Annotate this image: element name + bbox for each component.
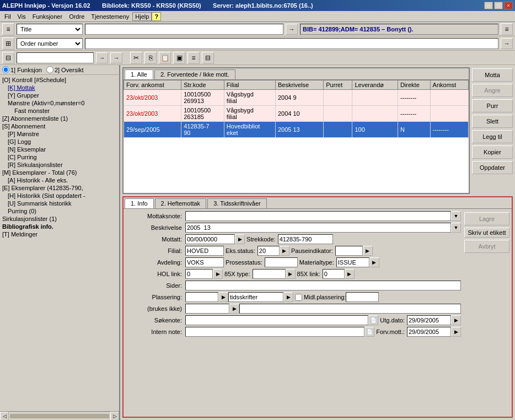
plassering-input2[interactable] [228,292,283,302]
table-row[interactable]: 23/okt/2003 10010500263185 Vågsbygdfilia… [124,106,469,122]
tree-grupper[interactable]: [Y] Grupper [1,91,118,99]
tree-monstre-p[interactable]: [P] Mønstre [1,130,118,138]
tree-fast-monster[interactable]: Fast monster [1,107,118,115]
frame-icon[interactable]: ▣ [173,52,185,64]
order-number-select[interactable]: Order number [17,38,83,49]
menu-hjelp[interactable]: Hjelp [132,12,152,21]
menu-fil[interactable]: Fil [1,12,14,21]
menu-funksjoner[interactable]: Funksjoner [29,12,66,21]
tab-alle[interactable]: 1. Alle [125,69,153,79]
tree-historikk-alle[interactable]: [A] Historikk - Alle eks. [1,176,118,184]
title-arrow-btn[interactable]: → [286,24,298,35]
avdeling-input[interactable] [185,257,224,267]
tab-tidsskriftnivaaer[interactable]: 3. Tidsskriftnivåer [207,198,267,208]
plassering-input1[interactable] [185,292,218,302]
sokenote-doc-btn[interactable]: 📄 [368,315,378,325]
intern-note-doc-btn[interactable]: 📄 [364,327,374,337]
midl-plassering-input[interactable] [346,292,379,302]
hol-link-input[interactable] [185,269,213,279]
sokenote-input[interactable] [185,315,368,325]
angre-button[interactable]: Angre [472,84,513,97]
tab-heftemottak[interactable]: 2. Heftemottak [155,198,207,208]
mottatt-btn[interactable]: ▶ [235,234,245,244]
filial-input[interactable] [185,246,224,256]
avbryt-button[interactable]: Avbryt [464,240,509,253]
tree-purring-0[interactable]: Purring (0) [1,207,118,215]
title-select[interactable]: Title [17,24,83,35]
scroll-left[interactable]: ◁ [0,412,9,421]
scroll-right[interactable]: ▷ [110,412,119,421]
link85x-input[interactable] [323,269,345,279]
maximize-button[interactable]: □ [494,2,503,9]
pauseindikator-input[interactable] [335,246,363,256]
tree-bibliografisk[interactable]: Bibliografisk info. [1,223,118,230]
copy-icon[interactable]: ⎘ [144,52,157,64]
tree-meldinger[interactable]: [T] Meldinger [1,230,118,238]
toolbar-icon-1[interactable]: ≡ [2,23,14,35]
tree-eksemplar-n[interactable]: [N] Eksemplar [1,146,118,153]
table-row-selected[interactable]: 29/sep/2005 412835-790 Hovedbiblioteket … [124,122,469,138]
title-input[interactable] [85,24,283,35]
beskrivelse-input[interactable]: 2005 13 [185,223,451,233]
midl-plassering-check[interactable]: Midl.plassering: [295,294,346,301]
pauseindikator-btn[interactable]: ▶ [363,246,373,256]
tree-eksemplarer-e[interactable]: [E] Eksemplarer (412835-790, [1,184,118,192]
menu-question[interactable]: ? [152,12,161,21]
skriv-ut-button[interactable]: Skriv ut etikett [464,228,509,238]
mottaksnote-input[interactable] [185,211,451,221]
order-arrow-btn[interactable]: → [501,38,513,49]
search-arrow-btn[interactable]: → [96,52,108,63]
lagre-button[interactable]: Lagre [464,212,509,225]
brukes-ikke-input[interactable] [185,304,229,314]
menu-vis[interactable]: Vis [14,12,29,21]
type85x-input[interactable] [253,269,286,279]
plassering-btn1[interactable]: ▶ [218,292,228,302]
tree-mottak[interactable]: [K] Mottak [1,84,118,91]
oppdater-button[interactable]: Oppdater [472,161,513,174]
menu-ordre[interactable]: Ordre [66,12,88,21]
plassering-btn2[interactable]: ▶ [283,292,293,302]
purr-button[interactable]: Purr [472,99,513,112]
tree-abonnement[interactable]: [S] Abonnement [1,122,118,130]
tree-kontroll[interactable]: [O] Kontroll [#Schedule] [1,76,118,84]
list-icon[interactable]: ≡ [187,52,200,64]
materialtype-btn[interactable]: ▶ [369,257,379,267]
sider-input[interactable] [185,281,461,290]
toolbar-icon-list[interactable]: ≡ [501,23,513,35]
intern-note-input[interactable] [185,327,364,337]
beskrivelse-btn[interactable]: ▼ [451,223,461,233]
brukes-ikke-input2[interactable] [239,304,461,314]
mottaksnote-btn[interactable]: ▼ [451,211,461,221]
utg-dato-btn[interactable]: ▶ [451,315,461,325]
tab-info[interactable]: 1. Info [125,198,154,208]
eks-status-btn[interactable]: ▶ [280,246,289,256]
type85x-btn[interactable]: ▶ [286,269,296,279]
mottatt-input[interactable] [185,234,235,244]
strekkode-input[interactable] [278,234,333,244]
scroll-track[interactable] [10,414,109,418]
cut-icon[interactable]: ✂ [130,52,142,64]
tree-monstre[interactable]: Mønstre (Aktiv=0,mønster=0 [1,99,118,107]
table-scroll[interactable]: Forv. ankomst Str.kode Filial Beskrivels… [124,80,469,193]
tree-abonnementsliste[interactable]: [Z] Abonnementsliste (1) [1,115,118,122]
horizontal-scrollbar[interactable]: ◁ ▷ [0,411,119,420]
radio-oversikt[interactable]: 2] Oversikt [46,66,84,73]
tree-eksemplarer-m[interactable]: [M] Eksemplarer - Total (76) [1,169,118,176]
materialtype-input[interactable] [336,257,369,267]
legg-til-button[interactable]: Legg til [472,130,513,143]
hol-btn[interactable]: ▶ [213,269,223,279]
close-button[interactable]: × [504,2,513,9]
tree-summarisk[interactable]: [U] Summarisk historikk [1,200,118,207]
tree-logg[interactable]: [G] Logg [1,138,118,146]
brukes-ikke-btn[interactable]: ▶ [229,304,239,314]
minus-icon[interactable]: ⊟ [202,52,214,64]
utg-dato-input[interactable] [407,315,451,325]
tree-purring-c[interactable]: [C] Purring [1,153,118,161]
table-row[interactable]: 23/okt/2003 10010500269913 Vågsbygdfilia… [124,90,469,106]
paste-icon[interactable]: 📋 [159,52,171,64]
order-number-input[interactable] [85,38,498,49]
minimize-button[interactable]: − [484,2,493,9]
forv-mott-btn[interactable]: ▶ [451,327,461,337]
toolbar-icon-3[interactable]: ⊟ [2,52,14,64]
slett-button[interactable]: Slett [472,115,513,128]
